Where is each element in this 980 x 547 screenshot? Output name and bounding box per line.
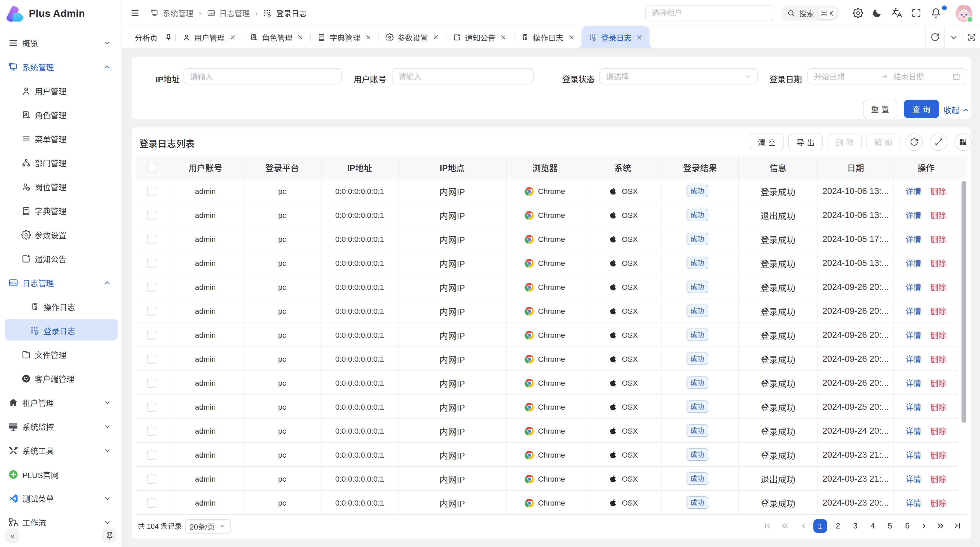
svg-text:DEV: DEV <box>208 12 214 15</box>
svg-text:DEV: DEV <box>10 281 17 285</box>
